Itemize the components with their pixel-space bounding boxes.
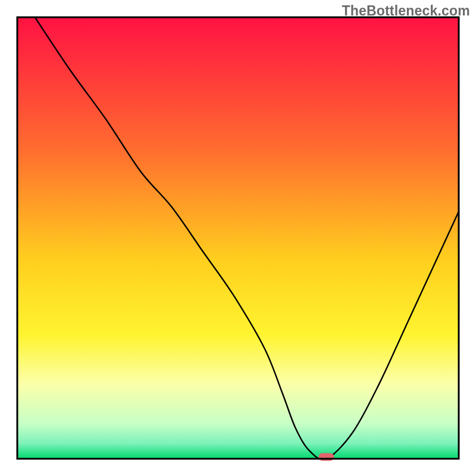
- watermark-label: TheBottleneck.com: [342, 3, 470, 19]
- min-marker: [318, 453, 334, 461]
- plot-background: [17, 17, 459, 459]
- chart-svg: [0, 0, 476, 476]
- bottleneck-chart: TheBottleneck.com: [0, 0, 476, 476]
